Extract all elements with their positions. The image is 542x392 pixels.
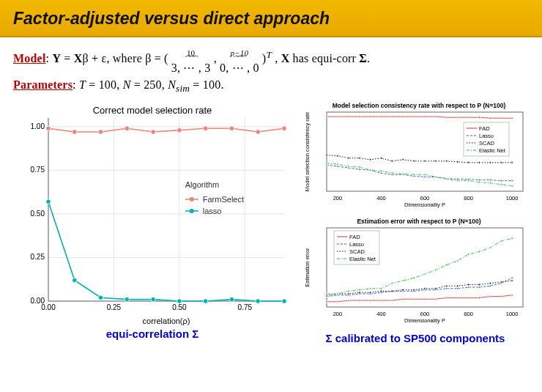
content: Model: Y = Xβ + ε, where β = ( 10 ⏞⏞⏞ 3,…	[0, 37, 542, 344]
svg-point-214	[478, 251, 480, 253]
svg-text:400: 400	[376, 195, 386, 201]
svg-point-117	[402, 173, 404, 175]
svg-point-147	[337, 301, 339, 303]
svg-text:0.25: 0.25	[31, 254, 45, 262]
svg-text:Model selection consistency ra: Model selection consistency rate with re…	[333, 102, 506, 109]
svg-point-31	[46, 199, 51, 204]
svg-text:600: 600	[420, 195, 430, 201]
svg-point-92	[326, 155, 328, 157]
svg-point-199	[511, 280, 513, 282]
svg-point-162	[500, 296, 502, 298]
svg-point-70	[478, 117, 480, 119]
title-bar: Factor-adjusted versus direct approach	[0, 0, 542, 37]
svg-point-184	[347, 293, 349, 295]
svg-rect-9	[48, 118, 284, 301]
svg-point-37	[203, 299, 207, 303]
svg-text:0.50: 0.50	[31, 210, 45, 218]
parameters-text: T = 100, N = 250, Nsim = 100.	[79, 78, 224, 91]
svg-point-146	[326, 301, 328, 303]
left-panel: 0.000.250.500.750.000.250.500.751.00Corr…	[13, 99, 292, 344]
svg-text:SCAD: SCAD	[349, 248, 365, 255]
svg-text:FarmSelect: FarmSelect	[203, 195, 244, 204]
svg-text:0.25: 0.25	[107, 303, 122, 311]
svg-point-94	[347, 158, 349, 160]
svg-point-201	[337, 293, 339, 295]
svg-point-89	[489, 180, 491, 182]
svg-point-38	[229, 297, 234, 302]
svg-point-195	[467, 284, 469, 286]
svg-point-23	[98, 130, 103, 134]
svg-point-149	[358, 300, 360, 302]
svg-point-35	[151, 297, 155, 302]
svg-text:0.00: 0.00	[31, 297, 45, 305]
svg-point-185	[358, 292, 360, 294]
svg-text:lasso: lasso	[203, 207, 222, 215]
svg-text:1.00: 1.00	[31, 122, 45, 130]
svg-point-215	[489, 247, 491, 249]
caption-left: equi-correlation Σ	[13, 328, 292, 340]
svg-point-113	[358, 166, 360, 169]
svg-point-90	[500, 180, 502, 182]
svg-text:FAD: FAD	[349, 234, 360, 240]
svg-point-83	[424, 177, 426, 179]
svg-point-208	[413, 277, 415, 279]
svg-point-58	[347, 116, 349, 118]
svg-point-157	[445, 297, 448, 299]
svg-point-175	[445, 288, 448, 290]
svg-text:800: 800	[464, 195, 473, 201]
svg-point-96	[369, 159, 371, 161]
svg-point-30	[282, 126, 286, 130]
svg-point-108	[500, 162, 502, 164]
svg-point-163	[511, 295, 513, 297]
svg-text:Dimensionality P: Dimensionality P	[404, 317, 445, 324]
svg-point-105	[467, 162, 469, 164]
svg-text:600: 600	[420, 311, 430, 317]
svg-point-176	[456, 288, 459, 290]
svg-point-153	[402, 298, 404, 300]
svg-point-154	[413, 298, 415, 300]
svg-text:Lasso: Lasso	[479, 133, 494, 139]
svg-point-106	[478, 162, 480, 164]
svg-point-75	[337, 166, 339, 168]
overbrace-2: p−10 ⏞⏞⏞ 0, ⋯ , 0	[220, 49, 259, 74]
svg-point-66	[435, 116, 437, 118]
svg-text:correlation(ρ): correlation(ρ)	[143, 317, 190, 325]
svg-text:0.50: 0.50	[172, 303, 187, 311]
svg-point-196	[478, 284, 480, 286]
svg-point-77	[358, 169, 360, 171]
svg-point-68	[456, 117, 459, 119]
svg-point-207	[402, 280, 404, 282]
svg-point-123	[467, 180, 469, 182]
svg-point-60	[369, 116, 371, 118]
svg-text:0.75: 0.75	[31, 166, 45, 174]
svg-point-116	[391, 172, 393, 174]
svg-point-45	[190, 197, 194, 201]
svg-point-160	[478, 297, 480, 299]
svg-point-61	[380, 116, 382, 118]
parameters-label: Parameters	[13, 78, 73, 91]
svg-point-190	[413, 289, 415, 292]
svg-point-197	[489, 283, 491, 285]
svg-point-93	[337, 155, 339, 158]
svg-point-28	[229, 126, 234, 130]
svg-point-206	[391, 283, 393, 285]
svg-point-88	[478, 180, 480, 182]
svg-point-188	[391, 290, 393, 292]
svg-point-155	[424, 298, 426, 300]
model-label: Model	[13, 52, 46, 64]
svg-text:Elastic Net: Elastic Net	[479, 147, 506, 154]
svg-text:SCAD: SCAD	[479, 140, 494, 147]
svg-point-26	[177, 128, 182, 133]
svg-text:Estimation error: Estimation error	[304, 248, 311, 286]
svg-point-213	[467, 254, 469, 256]
svg-point-56	[326, 116, 328, 118]
parameters-line: Parameters: T = 100, N = 250, Nsim = 100…	[13, 78, 529, 95]
svg-point-191	[424, 288, 426, 290]
svg-point-62	[391, 116, 393, 118]
svg-point-205	[380, 288, 382, 290]
svg-point-118	[413, 174, 415, 176]
svg-point-186	[369, 292, 371, 294]
svg-point-32	[73, 278, 77, 283]
svg-point-202	[347, 290, 349, 292]
svg-point-198	[500, 281, 502, 284]
